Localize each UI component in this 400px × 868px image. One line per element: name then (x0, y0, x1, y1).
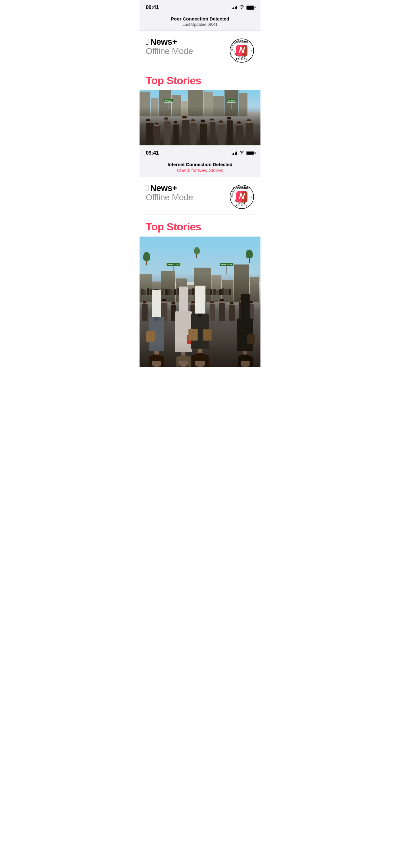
subscriber-badge-1: SUBSCRIBER * EDITION * ✦ ✦ N SUBSCRIB (229, 38, 254, 63)
poor-connection-title: Poor Connection Detected (146, 16, 254, 22)
last-updated-subtitle: Last Updated 09:41 (146, 22, 254, 27)
top-stories-title-2: Top Stories (146, 221, 254, 233)
top-stories-title-1: Top Stories (146, 74, 254, 87)
subscriber-badge-2: SUBSCRIBER * EDITION * ✦ ✦ N SUBSCRIBER … (229, 184, 254, 209)
app-header-2:  News+ Offline Mode SUBSCRIBER * EDITIO… (139, 177, 261, 215)
offline-mode-label-2: Offline Mode (146, 192, 193, 203)
signal-icon-1 (232, 6, 237, 9)
section-header-2: Top Stories (139, 215, 261, 237)
offline-mode-label-1: Offline Mode (146, 46, 193, 56)
svg-text:SUBSCRIBER: SUBSCRIBER (233, 187, 251, 189)
story-image-1: POWELL MARKET (139, 90, 261, 145)
badge-svg-2: SUBSCRIBER * EDITION * ✦ ✦ N SUBSCRIBER … (229, 184, 254, 209)
svg-text:EDITION: EDITION (236, 58, 248, 60)
battery-icon-2 (246, 151, 254, 155)
internet-connection-title: Internet Connection Detected (146, 162, 254, 167)
wifi-icon-2 (239, 151, 244, 156)
app-name-line-2:  News+ (146, 183, 193, 193)
svg-text:SUBSCRIBER: SUBSCRIBER (233, 41, 251, 43)
internet-connection-banner: Internet Connection Detected Check for N… (139, 159, 261, 177)
status-icons-2 (232, 151, 254, 156)
section-header-1: Top Stories (139, 68, 261, 90)
poor-connection-banner: Poor Connection Detected Last Updated 09… (139, 14, 261, 31)
svg-text:N: N (239, 191, 245, 201)
app-title-block-2:  News+ Offline Mode (146, 183, 193, 203)
status-time-1: 09:41 (146, 4, 159, 10)
svg-text:EDITION: EDITION (236, 204, 248, 207)
svg-text:N: N (239, 45, 245, 55)
screen-2: 09:41 Internet Connection Detected (139, 146, 261, 367)
status-bar-2: 09:41 (139, 146, 261, 159)
check-new-stories-link[interactable]: Check for New Stories (146, 168, 254, 173)
news-plus-label-2: News+ (150, 183, 177, 193)
badge-svg-1: SUBSCRIBER * EDITION * ✦ ✦ N SUBSCRIB (229, 38, 254, 63)
signal-icon-2 (232, 151, 237, 155)
wifi-icon-1 (239, 5, 244, 10)
status-icons-1 (232, 5, 254, 10)
svg-text:✦: ✦ (231, 196, 233, 198)
news-plus-label-1: News+ (150, 37, 177, 47)
apple-logo-2:  (146, 184, 149, 192)
large-story-image-2: POWELL ST MARKET ST (139, 237, 261, 367)
app-name-line-1:  News+ (146, 37, 193, 47)
svg-text:✦: ✦ (251, 196, 252, 198)
status-bar-1: 09:41 (139, 0, 261, 14)
screen-1: 09:41 Poor Connection Detected Las (139, 0, 261, 145)
svg-text:✦: ✦ (251, 50, 252, 52)
apple-logo-1:  (146, 37, 149, 46)
svg-text:✦: ✦ (231, 50, 233, 52)
app-header-1:  News+ Offline Mode SUBSCRIBER * EDITIO… (139, 31, 261, 68)
app-title-block-1:  News+ Offline Mode (146, 37, 193, 56)
status-time-2: 09:41 (146, 150, 159, 156)
battery-icon-1 (246, 6, 254, 10)
